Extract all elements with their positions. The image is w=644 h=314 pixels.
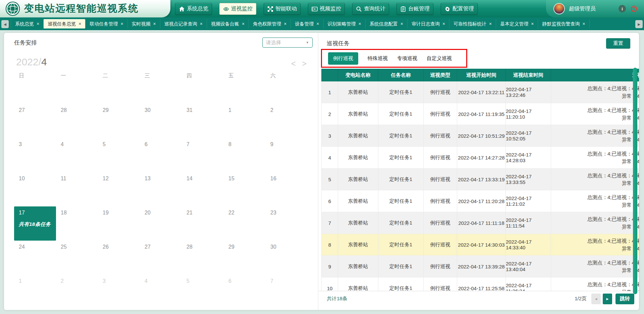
calendar-day[interactable]: 28	[56, 104, 98, 138]
calendar-day[interactable]: 30	[140, 104, 182, 138]
tab-close-icon[interactable]: ×	[400, 19, 403, 28]
tab-close-icon[interactable]: ×	[153, 19, 156, 28]
tab-item-5[interactable]: 视频设备台账×	[207, 19, 249, 28]
avatar[interactable]	[553, 3, 565, 14]
calendar-day[interactable]: 7	[182, 138, 224, 172]
nav-button-ledger[interactable]: 台账管理	[396, 3, 433, 15]
calendar-day[interactable]: 29	[224, 241, 266, 275]
filter-button-1[interactable]: 特殊巡视	[368, 55, 388, 62]
tab-item-3[interactable]: 实时视频×	[127, 19, 160, 28]
calendar-day[interactable]: 13	[140, 172, 182, 206]
tab-item-13[interactable]: 静默监视告警查询×	[538, 19, 589, 28]
calendar-day[interactable]: 23	[266, 206, 308, 241]
calendar-day[interactable]: 19	[98, 206, 140, 241]
tab-item-9[interactable]: 系统信息配置×	[365, 19, 407, 28]
reset-button[interactable]: 重置	[606, 38, 630, 49]
tab-item-0[interactable]: 系统总览×	[11, 19, 43, 28]
table-row-4[interactable]: 4东善桥站定时任务1例行巡视2022-04-17 14:27:282022-04…	[321, 147, 639, 169]
power-icon[interactable]	[630, 5, 638, 13]
tab-item-6[interactable]: 角色权限管理×	[249, 19, 290, 28]
calendar-day[interactable]: 16	[266, 172, 308, 206]
tab-item-7[interactable]: 设备管理×	[290, 19, 323, 28]
tab-close-icon[interactable]: ×	[284, 19, 286, 28]
jump-button[interactable]: 跳转	[615, 294, 634, 304]
tab-close-icon[interactable]: ×	[359, 19, 361, 28]
table-row-5[interactable]: 5东善桥站定时任务1例行巡视2022-04-17 13:33:192022-04…	[321, 169, 639, 190]
calendar-day[interactable]: 30	[266, 241, 308, 275]
table-row-9[interactable]: 9东善桥站定时任务1例行巡视2022-04-17 13:39:282022-04…	[321, 256, 639, 277]
calendar-day[interactable]: 26	[98, 241, 140, 275]
info-icon[interactable]: i	[619, 5, 626, 12]
calendar-day[interactable]: 10	[14, 172, 56, 206]
calendar-day[interactable]: 29	[98, 104, 140, 138]
table-row-1[interactable]: 1东善桥站定时任务1例行巡视2022-04-17 13:22:112022-04…	[321, 81, 639, 103]
nav-button-eye[interactable]: 巡视监控	[219, 3, 256, 15]
tab-close-icon[interactable]: ×	[442, 19, 445, 28]
table-row-3[interactable]: 3东善桥站定时任务1例行巡视2022-04-17 10:51:292022-04…	[321, 125, 639, 147]
tab-scroll-right-icon[interactable]: ▶	[635, 20, 643, 28]
tab-close-icon[interactable]: ×	[78, 19, 81, 28]
station-select[interactable]: 请选择 ▼	[262, 38, 313, 48]
calendar-day[interactable]: 6	[140, 138, 182, 172]
tab-scroll-left-icon[interactable]: ◀	[1, 20, 9, 28]
nav-button-link[interactable]: 智能联动	[264, 3, 301, 15]
tab-item-1[interactable]: 巡视任务总览×	[43, 19, 85, 28]
tab-close-icon[interactable]: ×	[242, 19, 245, 28]
filter-button-3[interactable]: 自定义巡视	[427, 55, 452, 62]
table-row-2[interactable]: 2东善桥站定时任务1例行巡视2022-04-17 11:19:352022-04…	[321, 103, 639, 125]
calendar-prev-icon[interactable]: <	[291, 59, 296, 68]
tab-item-4[interactable]: 巡视点记录查询×	[160, 19, 207, 28]
calendar-day[interactable]: 27	[14, 104, 56, 138]
calendar-day[interactable]: 11	[56, 172, 98, 206]
calendar-day[interactable]: 8	[224, 138, 266, 172]
pager-next-button[interactable]: ▶	[603, 294, 612, 304]
calendar-day[interactable]: 4	[56, 138, 98, 172]
calendar-day[interactable]: 17共有18条任务	[14, 206, 56, 241]
calendar-day[interactable]: 31	[182, 104, 224, 138]
nav-button-video[interactable]: 视频监控	[308, 3, 345, 15]
tab-item-11[interactable]: 可靠性指标统计×	[449, 19, 496, 28]
calendar-day[interactable]: 2	[266, 104, 308, 138]
table-row-8[interactable]: 8东善桥站定时任务1例行巡视2022-04-17 14:30:032022-04…	[321, 234, 639, 256]
tab-close-icon[interactable]: ×	[531, 19, 534, 28]
calendar-day[interactable]: 12	[98, 172, 140, 206]
calendar-day[interactable]: 2	[56, 275, 98, 309]
tab-close-icon[interactable]: ×	[200, 19, 203, 28]
calendar-day[interactable]: 7	[266, 275, 308, 309]
tab-close-icon[interactable]: ×	[37, 19, 39, 28]
tab-item-10[interactable]: 审计日志查询×	[407, 19, 449, 28]
tab-close-icon[interactable]: ×	[489, 19, 492, 28]
calendar-day[interactable]: 27	[140, 241, 182, 275]
table-scrollbar[interactable]	[633, 68, 637, 294]
calendar-day[interactable]: 4	[140, 275, 182, 309]
calendar-day[interactable]: 22	[224, 206, 266, 241]
calendar-day[interactable]: 6	[224, 275, 266, 309]
calendar-day[interactable]: 5	[182, 275, 224, 309]
filter-button-0[interactable]: 例行巡视	[328, 52, 358, 65]
tab-item-2[interactable]: 联动任务管理×	[85, 19, 127, 28]
calendar-day[interactable]: 24	[14, 241, 56, 275]
calendar-day[interactable]: 20	[140, 206, 182, 241]
nav-button-gear[interactable]: 配置管理	[441, 3, 478, 15]
filter-button-2[interactable]: 专项巡视	[397, 55, 417, 62]
pager-prev-button[interactable]: ◀	[591, 294, 601, 304]
calendar-day[interactable]: 21	[182, 206, 224, 241]
tab-close-icon[interactable]: ×	[316, 19, 319, 28]
table-row-10[interactable]: 10东善桥站定时任务1例行巡视2022-04-17 11:25:582022-0…	[321, 277, 639, 291]
calendar-day[interactable]: 1	[224, 104, 266, 138]
tab-close-icon[interactable]: ×	[582, 19, 585, 28]
calendar-day[interactable]: 18	[56, 206, 98, 241]
tab-item-8[interactable]: 识别策略管理×	[323, 19, 365, 28]
nav-button-search[interactable]: 查询统计	[352, 3, 389, 15]
tab-close-icon[interactable]: ×	[120, 19, 123, 28]
calendar-day[interactable]: 3	[98, 275, 140, 309]
nav-button-home[interactable]: 系统总览	[175, 3, 212, 15]
calendar-day[interactable]: 3	[14, 138, 56, 172]
calendar-day[interactable]: 5	[98, 138, 140, 172]
table-row-6[interactable]: 6东善桥站定时任务1例行巡视2022-04-17 11:20:282022-04…	[321, 190, 639, 212]
tab-item-12[interactable]: 基本定义管理×	[496, 19, 538, 28]
calendar-day[interactable]: 14	[182, 172, 224, 206]
table-row-7[interactable]: 7东善桥站定时任务1例行巡视2022-04-17 11:11:182022-04…	[321, 212, 639, 234]
calendar-day[interactable]: 1	[14, 275, 56, 309]
calendar-day[interactable]: 15	[224, 172, 266, 206]
